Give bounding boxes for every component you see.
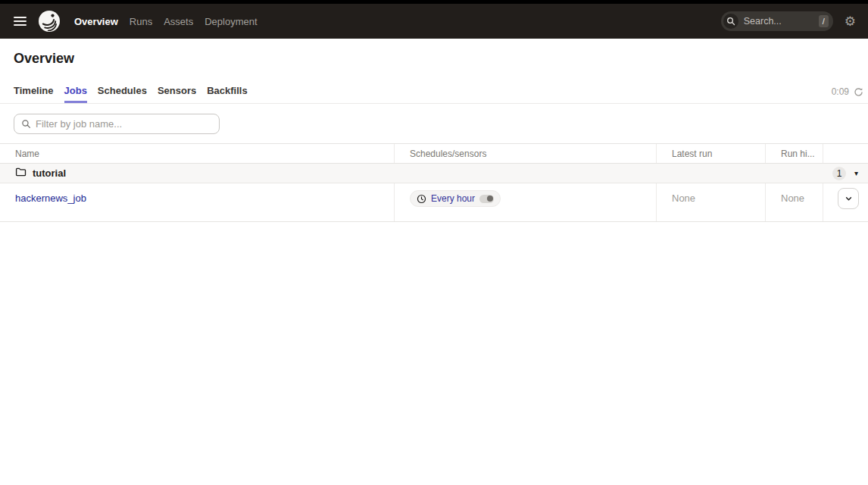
dagster-logo[interactable] bbox=[38, 10, 61, 33]
refresh-countdown: 0:09 bbox=[832, 86, 849, 97]
nav-item-assets[interactable]: Assets bbox=[164, 16, 193, 27]
latest-run-cell: None bbox=[656, 183, 765, 221]
job-filter-input[interactable] bbox=[36, 118, 212, 130]
column-header-run-history: Run hi... bbox=[765, 144, 823, 163]
tab-schedules[interactable]: Schedules bbox=[98, 85, 147, 103]
dagster-logo-icon bbox=[38, 10, 61, 33]
latest-run-value: None bbox=[672, 192, 695, 204]
refresh-area: 0:09 bbox=[832, 86, 863, 103]
overview-page: Overview Timeline Jobs Schedules Sensors… bbox=[0, 51, 868, 222]
schedule-toggle[interactable] bbox=[479, 195, 494, 203]
repo-group-row-tutorial[interactable]: tutorial 1 ▾ bbox=[0, 164, 868, 183]
overview-tabbar: Timeline Jobs Schedules Sensors Backfill… bbox=[0, 85, 868, 104]
primary-nav: Overview Runs Assets Deployment bbox=[74, 16, 258, 27]
navbar-left: Overview Runs Assets Deployment bbox=[12, 10, 258, 33]
navbar-right: Search... / ⚙ bbox=[721, 11, 856, 31]
jobs-table-header: Name Schedules/sensors Latest run Run hi… bbox=[0, 144, 868, 164]
job-expand-button[interactable] bbox=[838, 188, 859, 209]
tab-sensors[interactable]: Sensors bbox=[158, 85, 196, 103]
run-history-cell: None bbox=[765, 183, 823, 221]
group-name: tutorial bbox=[33, 167, 66, 179]
jobs-table: Name Schedules/sensors Latest run Run hi… bbox=[0, 143, 868, 222]
tab-timeline[interactable]: Timeline bbox=[14, 85, 54, 103]
column-header-actions bbox=[823, 144, 868, 163]
tab-jobs[interactable]: Jobs bbox=[64, 85, 87, 103]
job-name-link[interactable]: hackernews_job bbox=[15, 192, 86, 204]
tab-backfills[interactable]: Backfills bbox=[207, 85, 247, 103]
nav-item-runs[interactable]: Runs bbox=[130, 16, 152, 27]
nav-item-deployment[interactable]: Deployment bbox=[205, 16, 257, 27]
hamburger-menu-button[interactable] bbox=[12, 14, 28, 30]
nav-item-overview[interactable]: Overview bbox=[74, 16, 118, 27]
refresh-icon[interactable] bbox=[854, 87, 863, 97]
column-header-name: Name bbox=[0, 144, 394, 163]
schedule-pill[interactable]: Every hour bbox=[410, 190, 501, 207]
run-history-value: None bbox=[781, 192, 804, 204]
job-filter-field bbox=[14, 114, 220, 134]
search-icon bbox=[723, 14, 738, 29]
column-header-latest-run: Latest run bbox=[656, 144, 765, 163]
job-count-badge: 1 bbox=[832, 167, 846, 180]
column-header-schedules-sensors: Schedules/sensors bbox=[394, 144, 656, 163]
filter-search-icon bbox=[21, 119, 31, 129]
chevron-down-icon bbox=[845, 195, 853, 203]
job-actions-cell bbox=[823, 183, 868, 221]
settings-gear-icon[interactable]: ⚙ bbox=[845, 15, 856, 28]
job-name-cell: hackernews_job bbox=[0, 183, 394, 221]
search-placeholder: Search... bbox=[744, 16, 819, 27]
global-search-input[interactable]: Search... / bbox=[721, 11, 833, 31]
folder-icon bbox=[15, 166, 27, 180]
search-shortcut-badge: / bbox=[819, 15, 829, 27]
job-row-hackernews-job: hackernews_job Every hour None bbox=[0, 183, 868, 222]
group-row-right: 1 ▾ bbox=[832, 167, 858, 180]
filter-row bbox=[14, 114, 854, 134]
page-title: Overview bbox=[14, 51, 854, 66]
schedule-label: Every hour bbox=[431, 193, 475, 204]
top-navbar: Overview Runs Assets Deployment Search..… bbox=[0, 0, 868, 39]
tabs: Timeline Jobs Schedules Sensors Backfill… bbox=[14, 85, 248, 103]
job-schedule-cell: Every hour bbox=[394, 183, 656, 221]
clock-icon bbox=[417, 194, 426, 204]
collapse-caret-icon[interactable]: ▾ bbox=[854, 170, 858, 177]
